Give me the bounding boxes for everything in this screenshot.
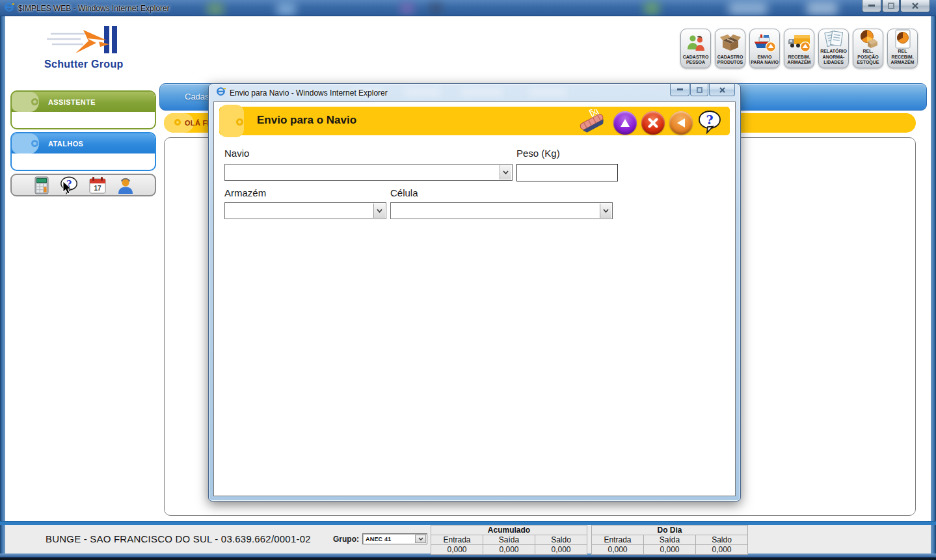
glass-blur-decoration: [207, 3, 224, 16]
help-bubble-icon: ?: [60, 176, 79, 195]
navio-select[interactable]: [224, 164, 513, 181]
dialog-header-bar: Envio para o Navio: [219, 107, 730, 135]
ie-logo-icon: [216, 87, 226, 99]
maximize-button[interactable]: [882, 0, 900, 12]
toolbar-label: RELATÓRIO ANORMA- LIDADES: [820, 49, 848, 66]
toolbar-rel-posicao-estoque-button[interactable]: REL. POSIÇÃO ESTOQUE: [853, 29, 883, 68]
window-title: $IMPLES WEB - Windows Internet Explorer: [18, 4, 170, 13]
dialog-maximize-button[interactable]: [690, 84, 708, 96]
minimize-icon: [677, 88, 683, 91]
toolbar-cadastro-produtos-button[interactable]: CADASTRO PRODUTOS: [715, 29, 745, 68]
peso-label: Peso (Kg): [516, 148, 560, 159]
cell-value: 0,000: [431, 545, 483, 555]
toolbar-label: REL. POSIÇÃO ESTOQUE: [854, 49, 882, 66]
greeting-ring-icon: [174, 119, 181, 126]
toolbar-recebim-armazem-button[interactable]: RECEBIM. ARMAZÉM: [784, 29, 814, 68]
window-border-left: [0, 16, 5, 556]
truck-icon: [788, 31, 811, 55]
toolbar-label: RECEBIM. ARMAZÉM: [785, 55, 813, 66]
armazem-label: Armazém: [224, 187, 266, 198]
back-arrow-button[interactable]: [669, 111, 693, 135]
help-bubble-button[interactable]: ?: [60, 176, 79, 194]
main-toolbar: CADASTRO PESSOA CADASTRO PRODUTOS: [680, 29, 918, 68]
dialog-header-ring-icon: [236, 118, 243, 126]
glass-blur-decoration: [729, 2, 768, 15]
glass-blur-decoration: [276, 3, 296, 16]
minimize-icon: [868, 5, 875, 7]
svg-text:17: 17: [94, 185, 101, 192]
toolbar-rel-recebim-armazem-button[interactable]: REL RECEBIM. ARMAZÉM: [887, 29, 918, 68]
armazem-select[interactable]: [224, 202, 386, 219]
dialog-close-button[interactable]: [709, 84, 735, 96]
toolbar-envio-para-navio-button[interactable]: ENVIO PARA NAVIO: [749, 29, 780, 68]
schutter-group-logo: Schutter Group: [42, 26, 126, 73]
dialog-titlebar: Envio para Navio - Windows Internet Expl…: [209, 84, 740, 101]
assistente-panel-header[interactable]: ASSISTENTE: [12, 92, 155, 112]
toolbar-label: CADASTRO PRODUTOS: [716, 55, 744, 66]
table-title: Acumulado: [431, 526, 587, 535]
chevron-down-icon: [600, 204, 611, 218]
panel-ring-icon: [31, 98, 38, 105]
glass-blur-decoration: [529, 88, 567, 96]
company-name: BUNGE - SAO FRANCISCO DO SUL - 03.639.66…: [46, 533, 311, 544]
atalhos-panel-header[interactable]: ATALHOS: [12, 133, 155, 153]
help-button[interactable]: ?: [697, 109, 722, 137]
acumulado-table: Acumulado Entrada Saída Saldo 0,000 0,00…: [431, 525, 587, 555]
table-title: Do Dia: [592, 526, 748, 535]
svg-text:?: ?: [706, 113, 713, 127]
atalhos-label: ATALHOS: [48, 140, 83, 148]
user-icon: [116, 176, 135, 194]
grupo-select-value: ANEC 41: [366, 536, 391, 542]
glass-blur-decoration: [644, 2, 660, 15]
assistente-panel: ASSISTENTE: [10, 90, 156, 129]
toolbar-label: ENVIO PARA NAVIO: [751, 55, 779, 66]
schutter-logo-icon: [42, 26, 126, 59]
status-bar: BUNGE - SAO FRANCISCO DO SUL - 03.639.66…: [5, 525, 931, 553]
help-bubble-icon: ?: [697, 109, 722, 134]
cell-value: 0,000: [696, 545, 748, 555]
grupo-select[interactable]: ANEC 41: [362, 533, 427, 544]
calendar-button[interactable]: 17: [88, 176, 107, 194]
box-icon: [719, 31, 742, 55]
pie-box-icon: [857, 29, 879, 49]
up-arrow-icon: [620, 118, 630, 127]
peso-input[interactable]: [516, 164, 618, 181]
navio-label: Navio: [224, 148, 249, 159]
maximize-icon: [888, 3, 894, 9]
ie-logo-icon: [4, 2, 14, 15]
left-arrow-icon: [676, 118, 686, 128]
col-header: Saldo: [696, 535, 748, 545]
celula-select[interactable]: [390, 202, 613, 219]
dialog-minimize-button[interactable]: [670, 84, 689, 96]
ship-icon: [578, 109, 608, 137]
logo-text: Schutter Group: [44, 59, 124, 70]
minimize-button[interactable]: [862, 0, 881, 12]
close-icon: [912, 3, 918, 9]
close-x-button[interactable]: [641, 111, 665, 135]
calculator-button[interactable]: [32, 176, 51, 194]
col-header: Saída: [483, 535, 535, 545]
cell-value: 0,000: [483, 545, 535, 555]
toolbar-cadastro-pessoa-button[interactable]: CADASTRO PESSOA: [680, 29, 711, 68]
x-icon: [648, 118, 658, 128]
calendar-icon: 17: [88, 176, 107, 194]
glass-blur-decoration: [404, 88, 440, 96]
toolbar-label: REL RECEBIM. ARMAZÉM: [889, 49, 916, 66]
close-icon: [719, 87, 725, 93]
dialog-title: Envio para Navio - Windows Internet Expl…: [230, 88, 388, 98]
dialog-header-title: Envio para o Navio: [257, 114, 356, 127]
user-button[interactable]: [116, 176, 135, 194]
window-border-edge: [0, 557, 936, 560]
chevron-down-icon: [415, 535, 426, 543]
col-header: Saída: [644, 535, 696, 545]
close-button[interactable]: [900, 0, 930, 12]
chevron-down-icon: [373, 204, 385, 218]
toolbar-relatorio-anormalidades-button[interactable]: RELATÓRIO ANORMA- LIDADES: [818, 29, 849, 68]
up-arrow-button[interactable]: [613, 111, 637, 135]
col-header: Entrada: [431, 535, 483, 545]
grupo-label: Grupo:: [333, 535, 359, 544]
do-dia-table: Do Dia Entrada Saída Saldo 0,000 0,000 0…: [591, 525, 748, 555]
celula-label: Célula: [390, 187, 418, 198]
pie-doc-icon: [893, 29, 913, 49]
cell-value: 0,000: [592, 545, 644, 555]
